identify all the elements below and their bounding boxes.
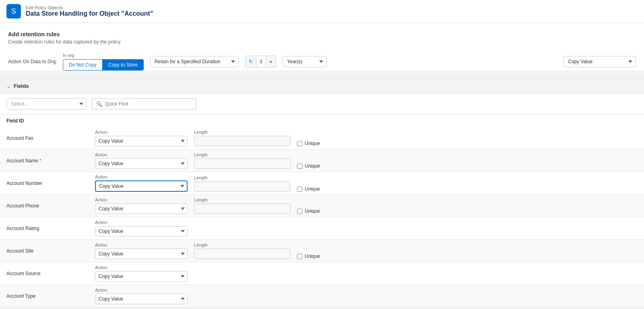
- field-name-label: Account Type: [6, 293, 95, 299]
- unique-checkbox[interactable]: [297, 141, 302, 146]
- field-controls: ActionCopy ValueDo Not CopyMask Value: [95, 265, 638, 282]
- length-col-label: Length: [194, 130, 291, 135]
- action-col: ActionCopy ValueDo Not CopyMask Value: [95, 288, 188, 304]
- copy-toggle-group: Do Not Copy Copy to Store: [63, 59, 144, 71]
- in-org-group: In org Do Not Copy Copy to Store: [63, 53, 144, 71]
- field-controls: ActionCopy ValueDo Not CopyMask ValueLen…: [95, 152, 638, 169]
- unique-check: Unique: [297, 208, 320, 214]
- table-row: Account SiteActionCopy ValueDo Not CopyM…: [0, 240, 644, 262]
- action-col: ActionCopy ValueDo Not CopyMask Value: [95, 265, 188, 282]
- fields-header[interactable]: ⌄ Fields: [0, 79, 644, 93]
- field-controls: ActionCopy ValueDo Not CopyMask ValueLen…: [95, 243, 638, 259]
- length-input[interactable]: [194, 203, 291, 214]
- unique-checkbox[interactable]: [297, 164, 302, 169]
- retain-dropdown[interactable]: Retain for a Specified Duration Delete A…: [150, 56, 239, 67]
- field-name-label: Account Site: [6, 248, 95, 254]
- table-row: Account RatingActionCopy ValueDo Not Cop…: [0, 217, 644, 240]
- page-header: S Edit Policy Objects Data Store Handlin…: [0, 0, 644, 23]
- field-name-label: Account Source: [6, 271, 95, 276]
- action-col-label: Action: [95, 197, 188, 202]
- fields-table: Account FaxActionCopy ValueDo Not CopyMa…: [0, 127, 644, 307]
- action-col: ActionCopy ValueDo Not CopyMask Value: [95, 174, 188, 192]
- fields-controls: Select... 🔍: [0, 93, 644, 115]
- quick-find-input[interactable]: [103, 99, 192, 109]
- action-select[interactable]: Copy ValueDo Not CopyMask Value: [95, 271, 188, 282]
- number-input-group: ↻ 3 +: [245, 56, 276, 68]
- length-input[interactable]: [194, 158, 291, 169]
- chevron-icon: ⌄: [6, 83, 10, 89]
- field-controls: ActionCopy ValueDo Not CopyMask Value: [95, 288, 638, 304]
- search-icon: 🔍: [96, 101, 103, 107]
- number-increment-button[interactable]: +: [266, 56, 276, 67]
- action-label: Action On Data In Org:: [8, 59, 56, 64]
- unique-col: Unique: [297, 201, 320, 214]
- field-name-label: Account Name *: [6, 158, 95, 164]
- header-title: Data Store Handling for Object "Account": [26, 10, 153, 17]
- field-select-dropdown[interactable]: Select...: [6, 98, 87, 110]
- action-col-label: Action: [95, 265, 188, 270]
- action-select[interactable]: Copy ValueDo Not CopyMask Value: [95, 226, 188, 236]
- header-text-block: Edit Policy Objects Data Store Handling …: [26, 5, 153, 17]
- action-col: ActionCopy ValueDo Not CopyMask Value: [95, 220, 188, 236]
- number-icon: ↻: [246, 56, 256, 67]
- unique-check: Unique: [297, 253, 320, 259]
- action-col-label: Action: [95, 243, 188, 247]
- length-col: Length: [194, 243, 291, 259]
- field-controls: ActionCopy ValueDo Not CopyMask Value: [95, 220, 638, 236]
- field-name-label: Account Fax: [6, 135, 95, 141]
- action-col: ActionCopy ValueDo Not CopyMask Value: [95, 197, 188, 214]
- action-col: ActionCopy ValueDo Not CopyMask Value: [95, 152, 188, 169]
- section-desc: Create retention rules for data captured…: [8, 39, 636, 45]
- quick-find-container: 🔍: [92, 98, 196, 110]
- required-indicator: *: [38, 158, 41, 164]
- action-select[interactable]: Copy ValueDo Not CopyMask Value: [95, 294, 188, 304]
- action-select[interactable]: Copy ValueDo Not CopyMask Value: [95, 136, 188, 146]
- action-col: ActionCopy ValueDo Not CopyMask Value: [95, 130, 188, 146]
- length-col-label: Length: [194, 243, 291, 247]
- unique-checkbox[interactable]: [297, 209, 302, 214]
- unique-col: Unique: [297, 133, 320, 146]
- field-controls: ActionCopy ValueDo Not CopyMask ValueLen…: [95, 197, 638, 214]
- field-name-label: Account Number: [6, 180, 95, 186]
- table-row: Account TypeActionCopy ValueDo Not CopyM…: [0, 285, 644, 307]
- length-col-label: Length: [194, 175, 291, 180]
- copy-to-store-button[interactable]: Copy to Store: [103, 59, 144, 71]
- app-icon: S: [6, 4, 21, 19]
- action-row: Action On Data In Org: In org Do Not Cop…: [8, 53, 636, 71]
- table-row: Account PhoneActionCopy ValueDo Not Copy…: [0, 195, 644, 217]
- length-col: Length: [194, 175, 291, 192]
- unique-check: Unique: [297, 141, 320, 146]
- unique-checkbox[interactable]: [297, 187, 302, 192]
- action-select[interactable]: Copy ValueDo Not CopyMask Value: [95, 180, 188, 192]
- action-select[interactable]: Copy ValueDo Not CopyMask Value: [95, 203, 188, 214]
- action-select[interactable]: Copy ValueDo Not CopyMask Value: [95, 158, 188, 169]
- unique-col: Unique: [297, 246, 320, 259]
- unique-checkbox[interactable]: [297, 254, 302, 259]
- header-subtitle: Edit Policy Objects: [26, 5, 153, 10]
- fields-header-title: Fields: [14, 83, 29, 89]
- field-id-label: Field ID: [0, 115, 644, 127]
- action-select[interactable]: Copy ValueDo Not CopyMask Value: [95, 249, 188, 259]
- unique-check: Unique: [297, 186, 320, 192]
- copy-value-dropdown[interactable]: Copy Value Do Not Copy Mask Value: [564, 56, 636, 67]
- table-row: Account Name *ActionCopy ValueDo Not Cop…: [0, 149, 644, 172]
- action-col-label: Action: [95, 288, 188, 292]
- action-col-label: Action: [95, 220, 188, 225]
- year-dropdown[interactable]: Day(s) Month(s) Year(s): [283, 56, 327, 67]
- length-col: Length: [194, 130, 291, 146]
- field-controls: ActionCopy ValueDo Not CopyMask ValueLen…: [95, 174, 638, 192]
- action-col-label: Action: [95, 152, 188, 157]
- length-col-label: Length: [194, 152, 291, 157]
- length-input[interactable]: [194, 249, 291, 259]
- length-input[interactable]: [194, 181, 291, 192]
- app-icon-letter: S: [11, 7, 16, 16]
- field-controls: ActionCopy ValueDo Not CopyMask ValueLen…: [95, 130, 638, 146]
- length-input[interactable]: [194, 136, 291, 146]
- table-row: Account SourceActionCopy ValueDo Not Cop…: [0, 262, 644, 285]
- unique-col: Unique: [297, 179, 320, 192]
- unique-label: Unique: [305, 186, 320, 192]
- unique-label: Unique: [305, 163, 320, 169]
- action-col-label: Action: [95, 130, 188, 135]
- do-not-copy-button[interactable]: Do Not Copy: [63, 59, 103, 71]
- unique-label: Unique: [305, 141, 320, 146]
